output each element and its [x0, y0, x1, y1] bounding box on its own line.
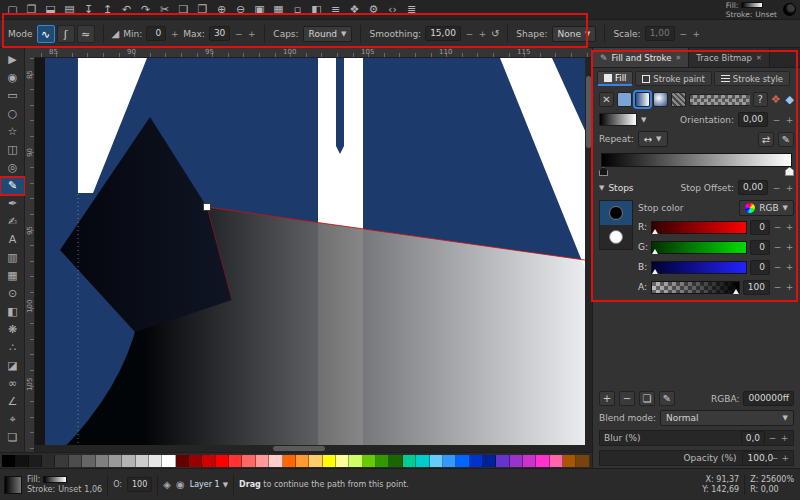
- color-wheel-icon[interactable]: [783, 3, 796, 16]
- zoom-field[interactable]: Z: 25600%: [750, 475, 794, 485]
- palette-swatch[interactable]: [69, 455, 82, 467]
- color-mode-dropdown[interactable]: RGB▼: [739, 200, 794, 216]
- smoothing-field[interactable]: 15,00: [425, 26, 461, 41]
- chevron-down-icon[interactable]: ▼: [641, 116, 646, 124]
- pencil-tool[interactable]: ✎: [0, 177, 25, 195]
- spray-tool[interactable]: ∴: [0, 339, 25, 357]
- red-minus[interactable]: −: [773, 222, 782, 232]
- swatch-button[interactable]: [689, 94, 750, 106]
- dropper-tool[interactable]: ⊙: [0, 285, 25, 303]
- max-field[interactable]: 30: [209, 26, 230, 41]
- tab-stroke-paint[interactable]: Stroke paint: [635, 71, 711, 86]
- redo-icon[interactable]: ↷: [137, 2, 154, 18]
- min-field[interactable]: 0: [146, 26, 166, 41]
- tab-fill[interactable]: Fill: [597, 71, 633, 86]
- mesh-gradient-tool[interactable]: ▦: [0, 267, 25, 285]
- ellipse-tool[interactable]: ○: [0, 105, 25, 123]
- smoothing-plus[interactable]: +: [478, 29, 487, 39]
- gradient-strip[interactable]: [601, 153, 792, 167]
- eye-icon[interactable]: ◉: [176, 479, 185, 490]
- tab-trace-bitmap[interactable]: Trace Bitmap ✕: [689, 48, 770, 67]
- palette-swatch[interactable]: [269, 455, 282, 467]
- alpha-field[interactable]: 100: [743, 280, 770, 295]
- tab-stroke-style[interactable]: Stroke style: [714, 71, 790, 86]
- document-properties-icon[interactable]: ❖: [346, 2, 363, 18]
- lock-icon[interactable]: ◈: [163, 479, 171, 490]
- red-plus[interactable]: +: [785, 222, 794, 232]
- current-style-swatch[interactable]: [4, 476, 22, 494]
- layer-selector[interactable]: Layer 1▼: [190, 480, 228, 489]
- palette-swatch[interactable]: [82, 455, 95, 467]
- align-dialog-icon[interactable]: ≡: [327, 2, 344, 18]
- blur-plus[interactable]: +: [780, 433, 789, 443]
- zoom-in-icon[interactable]: ⊕: [213, 2, 230, 18]
- scale-field[interactable]: 1,00: [645, 26, 675, 41]
- stop-offset-plus[interactable]: +: [785, 183, 794, 193]
- palette-swatch[interactable]: [42, 455, 55, 467]
- chevron-down-icon[interactable]: ▼: [599, 184, 604, 192]
- document-new-icon[interactable]: ▢: [4, 2, 21, 18]
- linear-gradient-button[interactable]: [635, 92, 650, 107]
- blue-slider[interactable]: [651, 261, 747, 274]
- palette-swatch[interactable]: [349, 455, 362, 467]
- text-tool[interactable]: A: [0, 231, 25, 249]
- alpha-plus[interactable]: +: [785, 282, 794, 292]
- rotation-field[interactable]: R: 0,00: [750, 485, 794, 495]
- v-scrollbar-thumb[interactable]: [586, 76, 591, 148]
- palette-swatch[interactable]: [510, 455, 523, 467]
- bezier-pen-tool[interactable]: ✒: [0, 195, 25, 213]
- min-plus[interactable]: +: [170, 29, 179, 39]
- palette-swatch[interactable]: [309, 455, 322, 467]
- duplicate-stop-icon[interactable]: ❏: [639, 391, 655, 406]
- alpha-slider[interactable]: [651, 281, 740, 294]
- ungroup-icon[interactable]: ▫: [289, 2, 306, 18]
- alpha-minus[interactable]: −: [773, 282, 782, 292]
- radial-gradient-button[interactable]: [653, 92, 668, 107]
- fill-rule-evenodd-icon[interactable]: ◆: [786, 93, 794, 106]
- palette-swatch[interactable]: [15, 455, 28, 467]
- caps-dropdown[interactable]: Round▼: [303, 26, 353, 42]
- h-scrollbar[interactable]: [35, 445, 585, 452]
- palette-swatch[interactable]: [136, 455, 149, 467]
- palette-swatch[interactable]: [563, 455, 576, 467]
- blur-slider[interactable]: Blur (%) 0,0 − +: [599, 430, 794, 446]
- close-icon[interactable]: ✕: [756, 54, 762, 62]
- edit-gradient-icon[interactable]: ✎: [778, 132, 794, 147]
- palette-swatch[interactable]: [96, 455, 109, 467]
- stop-handle-end[interactable]: [785, 167, 794, 176]
- green-plus[interactable]: +: [785, 242, 794, 252]
- palette-swatch[interactable]: [256, 455, 269, 467]
- palette-swatch[interactable]: [576, 455, 589, 467]
- scale-plus[interactable]: +: [692, 29, 701, 39]
- eraser-tool[interactable]: ◪: [0, 357, 25, 375]
- blue-minus[interactable]: −: [773, 262, 782, 272]
- palette-swatch[interactable]: [216, 455, 229, 467]
- spiral-tool[interactable]: ◎: [0, 159, 25, 177]
- h-ruler[interactable]: 859095100105110115: [25, 48, 592, 58]
- window-fill-stroke-indicator[interactable]: Fill: Stroke:Unset: [726, 1, 777, 19]
- edit-stop-icon[interactable]: ✎: [659, 391, 675, 406]
- opacity-minus[interactable]: −: [771, 453, 779, 463]
- group-icon[interactable]: ▦: [270, 2, 287, 18]
- mode-bspline-button[interactable]: ≈: [77, 25, 95, 43]
- palette-swatch[interactable]: [202, 455, 215, 467]
- flat-color-button[interactable]: [617, 92, 632, 107]
- measure-tool[interactable]: ∠: [0, 393, 25, 411]
- opacity-slider[interactable]: Opacity (%) 100,0 − +: [599, 450, 794, 466]
- palette-swatch[interactable]: [336, 455, 349, 467]
- copy-icon[interactable]: ❏: [175, 2, 192, 18]
- layers-dialog-icon[interactable]: ≣: [403, 2, 420, 18]
- reverse-gradient-icon[interactable]: ⇄: [758, 132, 774, 147]
- palette-swatch[interactable]: [403, 455, 416, 467]
- palette-swatch[interactable]: [483, 455, 496, 467]
- mode-spiro-button[interactable]: ʃ: [57, 25, 75, 43]
- green-slider[interactable]: [651, 241, 747, 254]
- zoom-tool[interactable]: ⌖: [0, 411, 25, 429]
- palette-swatch[interactable]: [363, 455, 376, 467]
- orientation-minus[interactable]: −: [772, 115, 781, 125]
- calligraphy-tool[interactable]: ✍: [0, 213, 25, 231]
- stop-item-white[interactable]: [600, 225, 632, 249]
- pattern-button[interactable]: [671, 92, 686, 107]
- palette-swatch[interactable]: [456, 455, 469, 467]
- unknown-button[interactable]: ?: [753, 92, 768, 107]
